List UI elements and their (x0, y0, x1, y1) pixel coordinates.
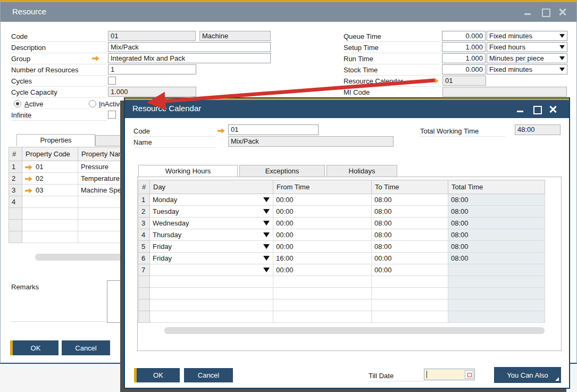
dropdown-icon[interactable] (263, 221, 270, 226)
link-arrow-icon[interactable] (25, 165, 32, 170)
table-row[interactable] (139, 299, 545, 311)
link-arrow-icon[interactable] (25, 177, 32, 182)
link-arrow-icon[interactable] (25, 188, 32, 194)
dialog-cancel-button[interactable]: Cancel (184, 368, 233, 382)
dropdown-icon[interactable] (263, 256, 270, 261)
from-time-cell[interactable]: 00:00 (273, 206, 372, 218)
row-num[interactable]: 3 (139, 218, 150, 229)
from-time-cell[interactable]: 00:00 (273, 229, 372, 241)
dialog-titlebar[interactable]: Resource Calendar (125, 100, 569, 118)
from-time-cell[interactable] (273, 276, 372, 288)
row-num[interactable] (139, 311, 150, 323)
tab-properties[interactable]: Properties (16, 134, 95, 146)
close-icon[interactable] (549, 105, 557, 113)
working-hours-scrollbar[interactable] (164, 327, 545, 334)
row-num[interactable] (9, 208, 22, 220)
day-cell[interactable] (150, 311, 273, 323)
property-code-cell[interactable]: 03 (22, 185, 78, 196)
from-time-cell[interactable]: 00:00 (273, 218, 372, 229)
cycles-checkbox[interactable] (108, 77, 116, 85)
table-row[interactable]: 5 Friday 00:00 08:00 08:00 (139, 241, 545, 253)
table-row[interactable]: 6 Friday 16:00 00:00 08:00 (139, 253, 545, 264)
day-cell[interactable] (150, 264, 273, 276)
property-code-cell[interactable]: 01 (22, 161, 78, 173)
to-time-cell[interactable]: 08:00 (372, 206, 448, 218)
calendar-icon[interactable] (465, 370, 473, 379)
row-num[interactable] (139, 288, 150, 299)
day-cell[interactable] (150, 276, 273, 288)
number-of-resources-field[interactable]: 1 (108, 64, 196, 74)
maximize-icon[interactable] (533, 105, 541, 113)
tab-exceptions[interactable]: Exceptions (239, 165, 325, 177)
inactive-radio[interactable] (89, 100, 96, 107)
to-time-cell[interactable] (372, 276, 448, 288)
total-working-time-field[interactable]: 48:00 (515, 124, 561, 135)
from-time-cell[interactable]: 00:00 (273, 241, 372, 253)
day-cell[interactable]: Wednesday (150, 218, 273, 229)
row-num[interactable]: 4 (9, 196, 22, 208)
resource-type-field[interactable]: Machine (199, 31, 271, 41)
row-num[interactable]: 4 (139, 229, 150, 241)
from-time-cell[interactable]: 00:00 (273, 264, 372, 276)
to-time-cell[interactable]: 08:00 (372, 194, 448, 206)
row-num[interactable]: 2 (139, 206, 150, 218)
table-row[interactable]: 7 00:00 00:00 (139, 264, 545, 276)
row-num[interactable]: 1 (139, 194, 150, 206)
resource-calendar-field[interactable]: 01 (442, 76, 486, 86)
group-field[interactable]: Integrated Mix and Pack (108, 53, 271, 63)
dropdown-icon[interactable] (263, 209, 270, 214)
minimize-icon[interactable] (516, 105, 524, 113)
link-arrow-icon[interactable] (218, 128, 225, 134)
code-field[interactable]: 01 (108, 31, 196, 41)
ok-button[interactable]: OK (10, 340, 58, 355)
calendar-name-field[interactable]: Mix/Pack (228, 136, 394, 147)
cycle-capacity-field[interactable]: 1.000 (108, 87, 196, 97)
setup-time-value[interactable]: 1.000 (442, 42, 486, 52)
till-date-field[interactable] (424, 369, 475, 380)
row-num[interactable]: 2 (9, 173, 22, 185)
tab-holidays[interactable]: Holidays (327, 165, 397, 177)
property-code-cell[interactable] (22, 208, 78, 220)
day-cell[interactable]: Thursday (150, 229, 273, 241)
row-num[interactable] (139, 276, 150, 288)
row-num[interactable]: 3 (9, 185, 22, 196)
mi-code-field[interactable] (442, 87, 567, 97)
run-time-value[interactable]: 1.000 (442, 53, 486, 63)
row-num[interactable] (139, 299, 150, 311)
from-time-cell[interactable]: 16:00 (273, 253, 372, 264)
day-cell[interactable]: Tuesday (150, 206, 273, 218)
to-time-cell[interactable] (372, 311, 448, 323)
dropdown-icon[interactable] (263, 244, 270, 249)
table-row[interactable] (139, 288, 545, 299)
table-row[interactable]: 4 Thursday 00:00 08:00 08:00 (139, 229, 545, 241)
setup-time-unit-combo[interactable]: Fixed hours (487, 42, 567, 52)
tab-working-hours[interactable]: Working Hours (138, 165, 238, 177)
stock-time-unit-combo[interactable]: Fixed minutes (487, 64, 567, 74)
to-time-cell[interactable] (372, 288, 448, 299)
to-time-cell[interactable]: 08:00 (372, 218, 448, 229)
description-field[interactable]: Mix/Pack (108, 42, 271, 52)
dropdown-icon[interactable] (263, 197, 270, 202)
row-num[interactable]: 7 (139, 264, 150, 276)
to-time-cell[interactable]: 08:00 (372, 241, 448, 253)
to-time-cell[interactable]: 08:00 (372, 229, 448, 241)
from-time-cell[interactable] (273, 299, 372, 311)
cancel-button[interactable]: Cancel (62, 340, 110, 355)
dropdown-icon[interactable] (263, 232, 270, 237)
to-time-cell[interactable] (372, 299, 448, 311)
row-num[interactable]: 1 (9, 161, 22, 173)
row-num[interactable]: 5 (139, 241, 150, 253)
stock-time-value[interactable]: 0.000 (442, 64, 486, 74)
property-code-cell[interactable] (22, 220, 78, 231)
table-row[interactable] (139, 311, 545, 323)
dialog-ok-button[interactable]: OK (134, 368, 180, 382)
maximize-icon[interactable] (541, 8, 549, 16)
day-cell[interactable] (150, 299, 273, 311)
table-row[interactable]: 1 Monday 00:00 08:00 08:00 (139, 194, 545, 206)
calendar-code-field[interactable]: 01 (228, 124, 319, 135)
day-cell[interactable]: Friday (150, 253, 273, 264)
queue-time-unit-combo[interactable]: Fixed minutes (487, 31, 567, 41)
close-icon[interactable] (559, 8, 567, 16)
row-num[interactable] (9, 220, 22, 231)
resource-window-titlebar[interactable]: Resource (1, 2, 576, 22)
